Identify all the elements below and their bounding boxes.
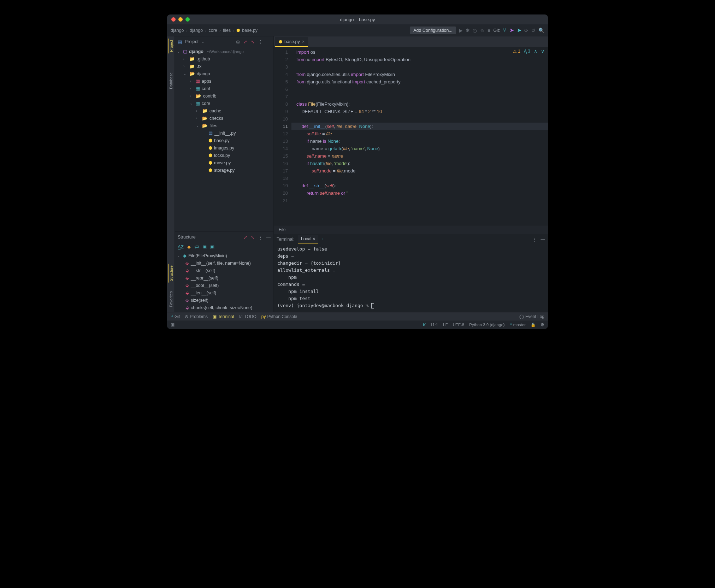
window-title: django – base.py (167, 17, 548, 22)
minimize-icon[interactable]: — (541, 237, 545, 242)
more-icon[interactable]: ⋮ (532, 237, 537, 242)
rail-structure[interactable]: Structure (169, 264, 173, 283)
line-separator[interactable]: LF (443, 323, 448, 327)
run-icon[interactable]: ▶ (459, 28, 463, 33)
git-commit-icon[interactable]: ➤ (509, 27, 514, 34)
structure-item[interactable]: ⬙__bool__(self) (175, 282, 273, 289)
line-gutter[interactable]: 123456789101112131415161718192021 (274, 47, 291, 225)
python-icon: ⬢ (279, 39, 282, 44)
caret-position[interactable]: 11:1 (430, 323, 438, 327)
search-icon[interactable]: 🔍 (538, 28, 544, 33)
structure-item[interactable]: ⬙__repr__(self) (175, 274, 273, 282)
sort-az-icon[interactable]: A̲Z (178, 244, 184, 249)
terminal-label: Terminal: (277, 237, 295, 242)
tree-node[interactable]: ⌄📂django (175, 70, 273, 77)
bottom-event-log[interactable]: ◯Event Log (519, 314, 544, 319)
tree-node[interactable]: ›📁cache (175, 107, 273, 114)
tree-node[interactable]: ›📂contrib (175, 92, 273, 100)
structure-item[interactable]: ⬙__str__(self) (175, 267, 273, 274)
git-label: Git: (494, 28, 500, 33)
close-tab-icon[interactable]: × (302, 39, 305, 44)
coverage-icon[interactable]: ◷ (473, 28, 477, 33)
expand-icon[interactable]: ⤢ (243, 235, 247, 240)
inspect-badge: Ą 3 (524, 49, 530, 54)
expand-icon[interactable]: ⤢ (243, 39, 247, 45)
collapse-icon[interactable]: ⤡ (251, 235, 255, 240)
tree-node[interactable]: ⬢storage.py (175, 166, 273, 174)
debug-icon[interactable]: ✱ (466, 28, 470, 33)
left-tool-rail: Project Database Structure Favorites (167, 36, 175, 312)
inspection-badges[interactable]: ⚠ 1 Ą 3 ∧ ∨ (513, 48, 544, 54)
collapse-icon[interactable]: ⤡ (251, 39, 255, 45)
project-label: Project (185, 39, 199, 44)
tree-node[interactable]: ⬢move.py (175, 159, 273, 166)
prev-highlight-icon: ∧ (534, 48, 537, 54)
tree-node[interactable]: ⬢images.py (175, 144, 273, 152)
bottom-todo[interactable]: ☑TODO (239, 314, 256, 319)
code-editor[interactable]: ⚠ 1 Ą 3 ∧ ∨ 1234567891011121314151617181… (274, 47, 548, 225)
bottom-terminal[interactable]: ▣Terminal (213, 314, 234, 319)
new-terminal-icon[interactable]: + (321, 237, 324, 242)
more-icon[interactable]: ⋮ (258, 235, 263, 240)
tree-node[interactable]: ›📂checks (175, 114, 273, 122)
structure-item[interactable]: ⬙size(self) (175, 296, 273, 304)
tree-node[interactable]: ›📁.github (175, 55, 273, 63)
structure-panel-header: Structure ⤢ ⤡ ⋮ — (175, 232, 273, 242)
structure-item[interactable]: ⬙__len__(self) (175, 289, 273, 296)
tag-icon[interactable]: 🏷 (194, 244, 199, 249)
bottom-python-console[interactable]: pyPython Console (261, 314, 297, 319)
project-panel-header: ▤ Project ⌄ ◎ ⤢ ⤡ ⋮ — (175, 36, 273, 47)
tree-node[interactable]: ›▦conf (175, 85, 273, 92)
bottom-problems[interactable]: ⊘Problems (185, 314, 208, 319)
git-push-icon[interactable]: ➤ (517, 27, 521, 34)
structure-item[interactable]: ⬙__init__(self, file, name=None) (175, 259, 273, 267)
structure-item[interactable]: ⬙chunks(self, chunk_size=None) (175, 304, 273, 311)
editor-breadcrumb[interactable]: File (274, 225, 548, 234)
code-content[interactable]: import osfrom io import BytesIO, StringI… (291, 47, 548, 225)
tree-node[interactable]: ⌄📂files (175, 122, 273, 129)
next-highlight-icon: ∨ (541, 48, 544, 54)
terminal-output[interactable]: usedevelop = false deps = changedir = {t… (274, 244, 548, 312)
tree-node[interactable]: ⬢base.py (175, 137, 273, 144)
status-bar: ▣ V 11:1 LF UTF-8 Python 3.9 (django) ⑂ … (167, 321, 548, 329)
tree-node[interactable]: ⌄▦core (175, 100, 273, 107)
rail-project[interactable]: Project (169, 39, 173, 53)
target-icon[interactable]: ◎ (236, 39, 240, 45)
tree-node[interactable]: ⬢locks.py (175, 152, 273, 159)
git-history-icon[interactable]: ⟳ (524, 28, 528, 33)
add-configuration-button[interactable]: Add Configuration... (410, 27, 456, 34)
stop-icon[interactable]: ■ (488, 28, 490, 33)
tree-node[interactable]: ›▦apps (175, 77, 273, 85)
more-icon[interactable]: ⋮ (258, 39, 263, 45)
terminal-tab[interactable]: Local × (298, 235, 318, 243)
git-update-icon[interactable]: ⑂ (503, 27, 507, 34)
editor-tabs: ⬢ base.py × (274, 36, 548, 47)
git-branch[interactable]: ⑂ master (510, 323, 526, 327)
file-encoding[interactable]: UTF-8 (453, 323, 465, 327)
lock-icon[interactable]: 🔒 (531, 322, 536, 327)
project-tree[interactable]: ⌄▢django~/Workspace/django ›📁.github›📁.t… (175, 47, 273, 231)
show-inherited-icon[interactable]: ▣ (202, 244, 207, 249)
warning-badge: ⚠ 1 (513, 49, 520, 54)
tree-node[interactable]: ▤__init__.py (175, 129, 273, 137)
stack-icon[interactable]: ▣ (171, 322, 175, 327)
main-toolbar: django› django› core› files› ⬢ base.py A… (167, 24, 548, 36)
minimize-icon[interactable]: — (266, 39, 271, 45)
python-interpreter[interactable]: Python 3.9 (django) (469, 323, 504, 327)
git-rollback-icon[interactable]: ↺ (531, 28, 536, 33)
navigation-breadcrumbs[interactable]: django› django› core› files› ⬢ base.py (171, 28, 258, 33)
filter-icon[interactable]: ◆ (187, 244, 191, 249)
editor-area: ⬢ base.py × ⚠ 1 Ą 3 ∧ ∨ 1234567891011121… (274, 36, 548, 312)
bottom-toolbar: ⑂Git ⊘Problems ▣Terminal ☑TODO pyPython … (167, 312, 548, 321)
rail-favorites[interactable]: Favorites (169, 290, 173, 308)
profile-icon[interactable]: ☺ (480, 28, 485, 33)
editor-tab[interactable]: ⬢ base.py × (275, 37, 308, 47)
rail-database[interactable]: Database (169, 71, 173, 90)
bottom-git[interactable]: ⑂Git (171, 314, 180, 319)
structure-tree[interactable]: ⌄◆File(FileProxyMixin) ⬙__init__(self, f… (175, 251, 273, 312)
show-fields-icon[interactable]: ▣ (210, 244, 214, 249)
settings-sync-icon[interactable]: ⚙ (540, 322, 544, 327)
minimize-icon[interactable]: — (266, 235, 271, 240)
project-icon: ▤ (178, 39, 182, 45)
tree-node[interactable]: ›📁.tx (175, 63, 273, 70)
